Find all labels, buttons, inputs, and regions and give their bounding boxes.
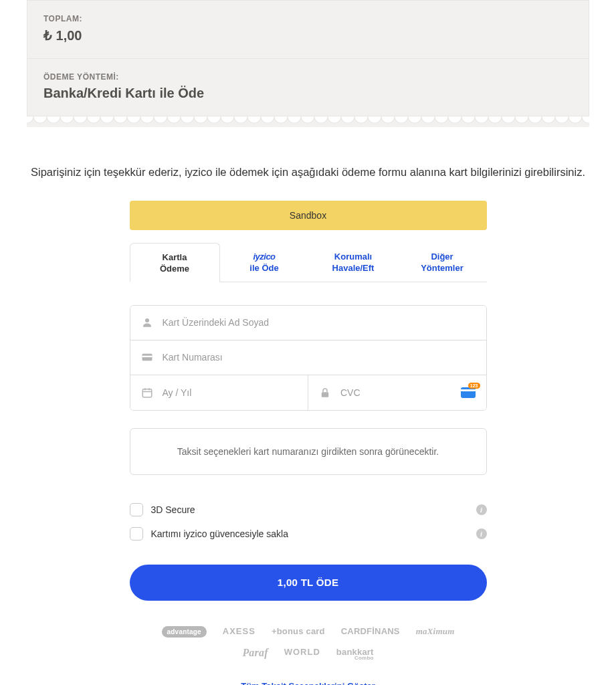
info-icon[interactable]: i [476,528,487,539]
tab-havale-eft[interactable]: Korumalı Havale/Eft [309,243,398,282]
logo-world: WORLD [284,647,320,661]
card-form [130,305,487,411]
pay-button[interactable]: 1,00 TL ÖDE [130,565,487,601]
expiry-field[interactable] [130,375,309,410]
logo-bankkart-combo: bankkart Combo [336,647,374,661]
lock-icon [319,387,331,399]
checkbox-3d-secure[interactable] [130,503,143,516]
options-section: 3D Secure i Kartımı iyzico güvencesiyle … [130,498,487,546]
credit-card-icon [141,351,153,363]
info-icon[interactable]: i [476,504,487,515]
tab-other-methods[interactable]: Diğer Yöntemler [398,243,487,282]
card-program-logos: advantage AXESS +bonus card CARDFİNANS m… [130,626,487,661]
installment-info-box: Taksit seçenekleri kart numaranızı girdi… [130,428,487,475]
tab-card-payment[interactable]: Kartla Ödeme [130,243,220,282]
logo-maximum: maXimum [416,626,455,638]
summary-method-row: ÖDEME YÖNTEMİ: Banka/Kredi Kartı ile Öde [27,59,589,116]
summary-total-row: TOPLAM: ₺ 1,00 [27,1,589,59]
sandbox-banner: Sandbox [130,201,487,230]
svg-rect-7 [322,392,329,397]
thank-you-text: Siparişiniz için teşekkür ederiz, iyzico… [27,164,589,181]
show-all-installments-link[interactable]: Tüm Taksit Seçeneklerini Göster [130,681,487,685]
checkbox-save-card[interactable] [130,527,143,541]
total-value: ₺ 1,00 [43,27,573,43]
logo-cardfinans: CARDFİNANS [341,626,400,638]
cardholder-name-input[interactable] [163,317,476,328]
logo-bonus-card: +bonus card [272,626,325,638]
person-icon [141,316,153,328]
card-number-input[interactable] [163,352,476,363]
order-summary: TOPLAM: ₺ 1,00 ÖDEME YÖNTEMİ: Banka/Kred… [27,0,589,116]
payment-widget: Sandbox Kartla Ödeme iyzico ile Öde Koru… [130,201,487,685]
option-save-card-row: Kartımı iyzico güvencesiyle sakla i [130,522,487,546]
tab-iyzico-pay[interactable]: iyzico ile Öde [220,243,309,282]
svg-rect-3 [142,389,152,397]
expiry-input[interactable] [163,387,298,398]
cvc-field[interactable] [308,375,486,410]
option-3d-secure-row: 3D Secure i [130,498,487,522]
total-label: TOPLAM: [43,14,573,23]
label-save-card: Kartımı iyzico güvencesiyle sakla [151,528,476,539]
logo-axess: AXESS [223,626,255,638]
cvc-card-icon [461,387,476,398]
cvc-input[interactable] [340,387,461,398]
method-label: ÖDEME YÖNTEMİ: [43,72,573,82]
cardholder-name-field[interactable] [130,306,486,340]
method-value: Banka/Kredi Kartı ile Öde [43,86,573,101]
svg-rect-2 [142,356,152,357]
calendar-icon [141,387,153,399]
payment-tabs: Kartla Ödeme iyzico ile Öde Korumalı Hav… [130,242,487,282]
iyzico-logo-text: iyzico [253,252,275,262]
iyzico-suffix: ile Öde [249,263,278,273]
logo-advantage: advantage [162,626,207,638]
receipt-torn-edge [27,116,589,127]
logo-paraf: Paraf [242,647,268,661]
card-number-field[interactable] [130,340,486,375]
label-3d-secure: 3D Secure [151,504,476,515]
svg-point-0 [145,318,149,322]
